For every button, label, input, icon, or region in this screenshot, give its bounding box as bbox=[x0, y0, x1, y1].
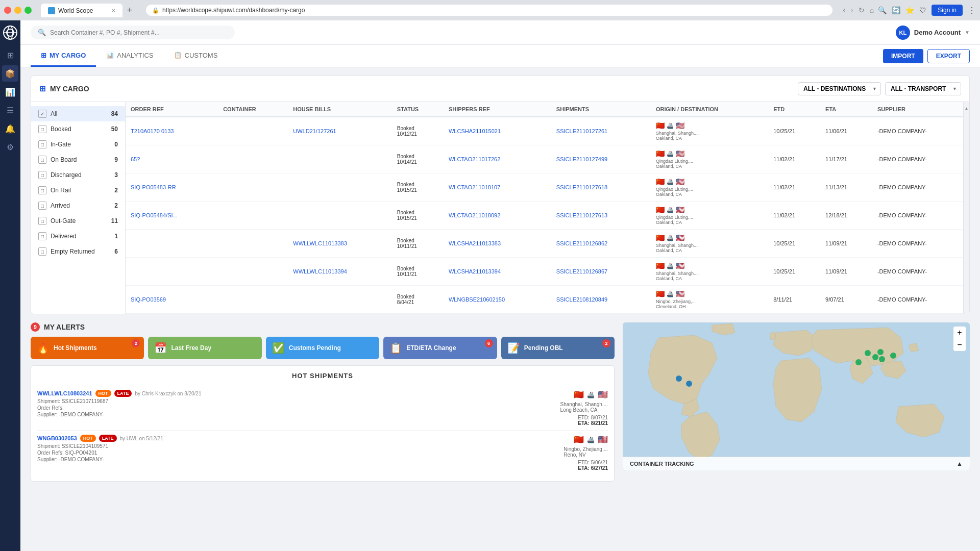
extension-icon-2[interactable]: 🔄 bbox=[892, 6, 900, 14]
table-row[interactable]: SIQ-PO03569 Booked8/04/21 WLNGBSE2106021… bbox=[126, 286, 969, 314]
extension-icon-1[interactable]: 🔍 bbox=[878, 6, 887, 14]
extension-icon-4[interactable]: 🛡 bbox=[919, 6, 926, 14]
table-row[interactable]: SIQ-PO05484/SI... Booked10/15/21 WLCTAO2… bbox=[126, 202, 969, 230]
nav-back[interactable]: ‹ bbox=[843, 6, 845, 15]
close-btn[interactable] bbox=[4, 7, 11, 14]
table-row[interactable]: 65? Booked10/14/21 WLCTAO211017262 SSICL… bbox=[126, 145, 969, 173]
app-logo[interactable] bbox=[2, 24, 18, 41]
import-button[interactable]: IMPORT bbox=[883, 49, 923, 63]
alert-hot-shipments[interactable]: 🔥 Hot Shipments 2 bbox=[31, 337, 144, 359]
sidebar-icon-chart[interactable]: 📊 bbox=[2, 84, 18, 100]
minimize-btn[interactable] bbox=[14, 7, 21, 14]
search-bar[interactable]: 🔍 bbox=[31, 26, 235, 39]
shipments-cell[interactable]: SSICLE2110126862 bbox=[551, 230, 651, 258]
map-pin-2[interactable] bbox=[877, 349, 884, 355]
house-bill-cell[interactable]: WWLLWLC11013383 bbox=[288, 230, 392, 258]
sidebar-icon-grid[interactable]: ⊞ bbox=[2, 47, 18, 63]
sidebar-icon-cargo[interactable]: 📦 bbox=[2, 65, 18, 82]
shipments-cell[interactable]: SSICLE2110127261 bbox=[551, 117, 651, 145]
map-container[interactable]: + − CONTAINER TRACKING ▲ bbox=[623, 322, 970, 470]
table-row[interactable]: T210A0170 0133 UWLD21/127261 Booked10/12… bbox=[126, 117, 969, 145]
map-pin-1[interactable] bbox=[890, 353, 896, 359]
house-bill-cell[interactable] bbox=[288, 173, 392, 202]
search-input[interactable] bbox=[50, 29, 228, 36]
col-shippers-ref[interactable]: SHIPPERS REF bbox=[444, 102, 551, 117]
destinations-filter[interactable]: ALL - DESTINATIONS Oakland, CA Long Beac… bbox=[798, 82, 881, 95]
sign-in-btn[interactable]: Sign in bbox=[932, 5, 963, 16]
nav-forward[interactable]: › bbox=[851, 6, 853, 15]
table-row[interactable]: WWLLWLC11013394 Booked10/11/21 WLCSHA211… bbox=[126, 258, 969, 286]
alert-last-free-day[interactable]: 📅 Last Free Day bbox=[148, 337, 261, 359]
house-bill-link-1[interactable]: WWLLWLC10803241 bbox=[37, 390, 92, 396]
col-house-bills[interactable]: HOUSE BILLS bbox=[288, 102, 392, 117]
map-pin-6[interactable] bbox=[879, 356, 885, 362]
col-eta[interactable]: ETA bbox=[820, 102, 872, 117]
col-order-ref[interactable]: ORDER REF bbox=[126, 102, 218, 117]
new-tab-btn[interactable]: + bbox=[122, 3, 137, 17]
status-all[interactable]: ✓ All 84 bbox=[31, 106, 125, 121]
map-pin-us-1[interactable] bbox=[676, 375, 682, 382]
col-shipments[interactable]: SHIPMENTS bbox=[551, 102, 651, 117]
tab-customs[interactable]: 📋 CUSTOMS bbox=[164, 45, 228, 67]
shipments-cell[interactable]: SSICLE2110127613 bbox=[551, 202, 651, 230]
status-discharged[interactable]: □ Discharged 3 bbox=[31, 167, 125, 183]
shipments-cell[interactable]: SSICLE2108120849 bbox=[551, 286, 651, 314]
browser-tab[interactable]: World Scope × bbox=[41, 4, 122, 17]
export-button[interactable]: EXPORT bbox=[927, 49, 970, 63]
zoom-out-btn[interactable]: − bbox=[953, 339, 966, 351]
last-free-label: Last Free Day bbox=[171, 344, 211, 352]
status-on-board[interactable]: □ On Board 9 bbox=[31, 152, 125, 167]
sidebar-icon-bell[interactable]: 🔔 bbox=[2, 120, 18, 137]
col-status[interactable]: STATUS bbox=[392, 102, 444, 117]
map-pin-us-2[interactable] bbox=[686, 381, 692, 387]
map-pin-4[interactable] bbox=[865, 350, 871, 356]
container-tracking-bar[interactable]: CONTAINER TRACKING ▲ bbox=[623, 457, 970, 470]
alert-etd-eta-change[interactable]: 📋 ETD/ETA Change 6 bbox=[383, 337, 497, 359]
avatar: KL bbox=[896, 26, 910, 40]
address-bar[interactable]: 🔒 https://worldscope.shipuwl.com/dashboa… bbox=[146, 5, 832, 16]
maximize-btn[interactable] bbox=[24, 7, 32, 14]
col-container[interactable]: CONTAINER bbox=[218, 102, 288, 117]
house-bill-cell[interactable] bbox=[288, 145, 392, 173]
sidebar-icon-list[interactable]: ☰ bbox=[2, 102, 18, 118]
refresh-icon[interactable]: ↻ bbox=[859, 6, 865, 14]
shipments-cell[interactable]: SSICLE2110127618 bbox=[551, 173, 651, 202]
status-on-rail[interactable]: □ On Rail 2 bbox=[31, 183, 125, 198]
menu-icon[interactable]: ⋮ bbox=[968, 6, 976, 15]
zoom-in-btn[interactable]: + bbox=[953, 327, 966, 339]
chevron-down-icon[interactable]: ▼ bbox=[965, 30, 970, 35]
home-icon[interactable]: ⌂ bbox=[870, 6, 874, 14]
col-supplier[interactable]: SUPPLIER bbox=[872, 102, 969, 117]
col-origin-dest[interactable]: ORIGIN / DESTINATION bbox=[651, 102, 768, 117]
status-empty-returned[interactable]: □ Empty Returned 6 bbox=[31, 244, 125, 259]
shipments-cell[interactable]: SSICLE2110127499 bbox=[551, 145, 651, 173]
tab-my-cargo[interactable]: ⊞ MY CARGO bbox=[31, 45, 96, 67]
search-icon: 🔍 bbox=[38, 29, 46, 36]
house-bill-cell[interactable]: UWLD21/127261 bbox=[288, 117, 392, 145]
status-out-gate[interactable]: □ Out-Gate 11 bbox=[31, 213, 125, 229]
house-bill-link-2[interactable]: WNGB0302053 bbox=[37, 435, 77, 441]
status-booked[interactable]: □ Booked 50 bbox=[31, 121, 125, 137]
map-pin-3[interactable] bbox=[855, 359, 862, 365]
status-delivered[interactable]: □ Delivered 1 bbox=[31, 229, 125, 244]
house-bill-cell[interactable]: WWLLWLC11013394 bbox=[288, 258, 392, 286]
alert-customs-pending[interactable]: ✅ Customs Pending bbox=[266, 337, 379, 359]
table-row[interactable]: WWLLWLC11013383 Booked10/11/21 WLCSHA211… bbox=[126, 230, 969, 258]
table-row[interactable]: SIQ-PO05483-RR Booked10/15/21 WLCTAO2110… bbox=[126, 173, 969, 202]
sidebar-icon-settings[interactable]: ⚙ bbox=[2, 139, 18, 155]
expand-icon[interactable]: ▲ bbox=[957, 460, 963, 467]
scroll-up-icon[interactable]: ▲ bbox=[965, 106, 969, 111]
map-pin-5[interactable] bbox=[872, 354, 878, 360]
shipments-cell[interactable]: SSICLE2110126867 bbox=[551, 258, 651, 286]
tab-analytics[interactable]: 📊 ANALYTICS bbox=[96, 45, 163, 67]
status-in-gate[interactable]: □ In-Gate 0 bbox=[31, 137, 125, 152]
etd-cell: 10/25/21 bbox=[768, 230, 820, 258]
transport-filter[interactable]: ALL - TRANSPORT Ocean Air Truck bbox=[885, 82, 961, 95]
alert-pending-obl[interactable]: 📝 Pending OBL 2 bbox=[501, 337, 615, 359]
house-bill-cell[interactable] bbox=[288, 202, 392, 230]
col-etd[interactable]: ETD bbox=[768, 102, 820, 117]
house-bill-cell[interactable] bbox=[288, 286, 392, 314]
tab-close-icon[interactable]: × bbox=[111, 7, 115, 14]
extension-icon-3[interactable]: ⭐ bbox=[905, 6, 914, 14]
status-arrived[interactable]: □ Arrived 2 bbox=[31, 198, 125, 213]
